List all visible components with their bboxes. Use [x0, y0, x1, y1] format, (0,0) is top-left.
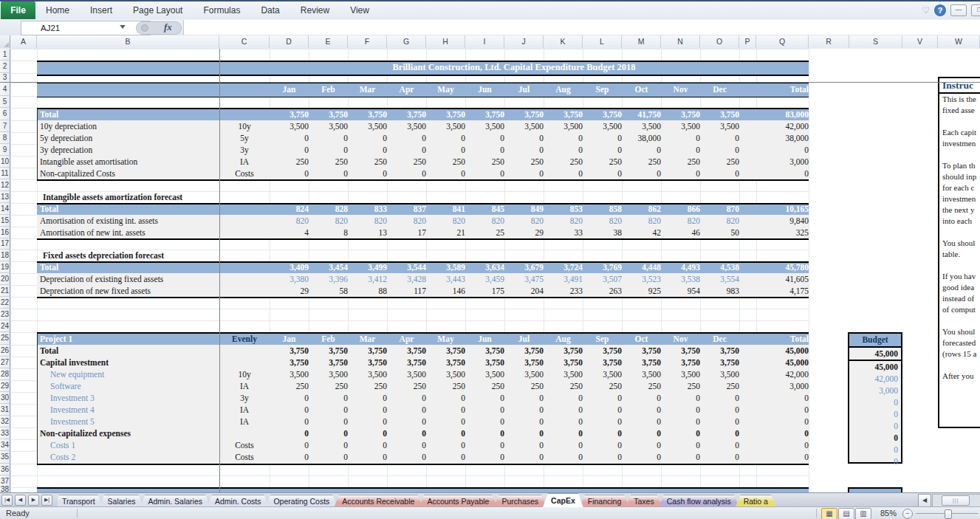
- cell-M15[interactable]: 820: [622, 215, 665, 227]
- cell-K31[interactable]: 0: [544, 404, 586, 416]
- row-header-20[interactable]: 20: [0, 273, 10, 285]
- cell-M16[interactable]: 42: [622, 227, 665, 238]
- zoom-level-label[interactable]: 85%: [880, 508, 897, 519]
- sheet-tab-taxes[interactable]: Taxes: [626, 495, 662, 507]
- cell-S35[interactable]: 0: [849, 456, 901, 467]
- cell-Q32[interactable]: 0: [756, 416, 812, 427]
- cell-C29[interactable]: IA: [219, 380, 270, 392]
- cell-N35[interactable]: 0: [661, 451, 704, 464]
- cell-K28[interactable]: 3,500: [544, 368, 586, 380]
- cell-D15[interactable]: 820: [270, 215, 312, 227]
- cell-M30[interactable]: 0: [622, 392, 665, 404]
- cell-C28[interactable]: 10y: [219, 368, 270, 380]
- sheet-tab-operating-costs[interactable]: Operating Costs: [265, 495, 337, 507]
- cell-Q30[interactable]: 0: [756, 392, 812, 404]
- cell-F30[interactable]: 0: [348, 392, 391, 404]
- cell-Q9[interactable]: 0: [756, 144, 812, 156]
- col-header-L[interactable]: L: [583, 35, 622, 48]
- ribbon-tab-view[interactable]: View: [340, 1, 380, 19]
- cell-J10[interactable]: 250: [504, 156, 547, 168]
- row-header-7[interactable]: 7: [0, 120, 10, 132]
- cell-S28[interactable]: 42,000: [849, 373, 901, 385]
- cell-G21[interactable]: 117: [387, 285, 430, 297]
- cell-E9[interactable]: 0: [309, 144, 352, 156]
- row-header-26[interactable]: 26: [0, 345, 10, 357]
- cell-M11[interactable]: 0: [622, 168, 665, 179]
- cell-L26[interactable]: 3,750: [583, 345, 626, 357]
- cell-O11[interactable]: 0: [700, 168, 743, 179]
- cell-E31[interactable]: 0: [309, 404, 352, 416]
- cell-J32[interactable]: 0: [504, 416, 547, 427]
- row-header-13[interactable]: 13: [0, 191, 10, 203]
- cell-S33[interactable]: 0: [849, 432, 901, 444]
- cell-M21[interactable]: 925: [622, 285, 665, 297]
- sheet-tab-purchases[interactable]: Purchases: [493, 495, 546, 507]
- row-header-33[interactable]: 33: [0, 427, 10, 439]
- col-header-N[interactable]: N: [661, 35, 700, 48]
- cell-G28[interactable]: 3,500: [387, 368, 430, 380]
- cell-B8[interactable]: 5y depreciation: [37, 132, 222, 144]
- cell-D4[interactable]: Jan: [270, 83, 309, 97]
- cell-I30[interactable]: 0: [465, 392, 508, 404]
- cell-I11[interactable]: 0: [465, 168, 508, 179]
- cell-C34[interactable]: Costs: [219, 439, 270, 451]
- sheet-tab-ratio-a[interactable]: Ratio a: [736, 495, 776, 507]
- cell-I35[interactable]: 0: [465, 451, 508, 464]
- cell-J27[interactable]: 3,750: [504, 357, 547, 368]
- cell-J34[interactable]: 0: [504, 439, 547, 451]
- row-header-6[interactable]: 6: [0, 108, 10, 120]
- cell-J16[interactable]: 29: [504, 227, 547, 238]
- cell-D26[interactable]: 3,750: [270, 345, 312, 357]
- cell-O29[interactable]: 250: [700, 380, 743, 392]
- cell-K9[interactable]: 0: [544, 144, 586, 156]
- cell-I10[interactable]: 250: [465, 156, 508, 168]
- cell-G32[interactable]: 0: [387, 416, 430, 427]
- cell-D27[interactable]: 3,750: [270, 357, 312, 368]
- cell-M26[interactable]: 3,750: [622, 345, 665, 357]
- cell-C7[interactable]: 10y: [219, 120, 270, 132]
- cell-M27[interactable]: 3,750: [622, 357, 665, 368]
- ribbon-tab-review[interactable]: Review: [290, 1, 340, 19]
- cell-G29[interactable]: 250: [387, 380, 430, 392]
- cell-E16[interactable]: 8: [309, 227, 352, 238]
- cell-L30[interactable]: 0: [583, 392, 626, 404]
- cell-N30[interactable]: 0: [661, 392, 704, 404]
- cell-Q33[interactable]: 0: [756, 427, 812, 439]
- row-header-25[interactable]: 25: [0, 332, 10, 345]
- cell-F35[interactable]: 0: [348, 451, 391, 464]
- cell-B20[interactable]: Depreciation of existing fixed assets: [37, 273, 222, 285]
- cell-B32[interactable]: Investment 5: [37, 416, 233, 427]
- cell-S29[interactable]: 3,000: [849, 385, 901, 396]
- cell-G11[interactable]: 0: [387, 168, 430, 179]
- cell-N20[interactable]: 3,538: [661, 273, 704, 285]
- cell-N26[interactable]: 3,750: [661, 345, 704, 357]
- cell-I20[interactable]: 3,459: [465, 273, 508, 285]
- sheet-tab-transport[interactable]: Transport: [58, 495, 103, 507]
- cell-D31[interactable]: 0: [270, 404, 312, 416]
- cell-D28[interactable]: 3,500: [270, 368, 312, 380]
- cell-H20[interactable]: 3,443: [426, 273, 469, 285]
- first-sheet-icon[interactable]: |◀: [1, 495, 13, 506]
- cell-O21[interactable]: 983: [700, 285, 743, 297]
- cell-F27[interactable]: 3,750: [348, 357, 391, 368]
- cell-Q15[interactable]: 9,840: [756, 215, 812, 227]
- cell-F33[interactable]: 0: [348, 427, 391, 439]
- cell-K35[interactable]: 0: [544, 451, 586, 464]
- name-box-dropdown-icon[interactable]: [120, 25, 126, 29]
- cell-H30[interactable]: 0: [426, 392, 469, 404]
- cell-N4[interactable]: Nov: [661, 83, 700, 97]
- cell-E7[interactable]: 3,500: [309, 120, 352, 132]
- cell-G34[interactable]: 0: [387, 439, 430, 451]
- cell-F9[interactable]: 0: [348, 144, 391, 156]
- row-header-11[interactable]: 11: [0, 168, 10, 179]
- row-header-30[interactable]: 30: [0, 392, 10, 404]
- cell-K27[interactable]: 3,750: [544, 357, 586, 368]
- cell-B16[interactable]: Amortisation of new int. assets: [37, 227, 222, 238]
- cell-E28[interactable]: 3,500: [309, 368, 352, 380]
- cell-B35[interactable]: Costs 2: [37, 451, 233, 464]
- cell-L31[interactable]: 0: [583, 404, 626, 416]
- cell-H4[interactable]: May: [426, 83, 465, 97]
- ribbon-tab-formulas[interactable]: Formulas: [193, 1, 250, 19]
- cell-O31[interactable]: 0: [700, 404, 743, 416]
- col-header-B[interactable]: B: [37, 35, 219, 48]
